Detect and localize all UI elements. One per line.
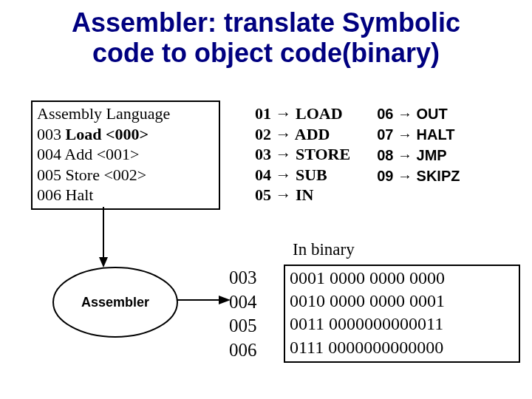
opcode-01: 01 → LOAD	[255, 103, 350, 124]
opcode-06: 06 → OUT	[377, 103, 460, 124]
address-column: 003 004 005 006	[229, 266, 257, 362]
opcode-08: 08 → JMP	[377, 145, 460, 166]
opcode-04: 04 → SUB	[255, 165, 350, 185]
assembler-label: Assembler	[52, 266, 179, 338]
bin-005: 0011 0000000000011	[290, 313, 514, 335]
title-line-1: Assembler: translate Symbolic	[72, 7, 460, 38]
assembly-language-box: Assembly Language 003 Load <000> 004 Add…	[31, 100, 220, 210]
arrow-asm-to-assembler-icon	[89, 207, 118, 267]
addr-005: 005	[229, 314, 257, 338]
asm-line1-instr: Load <000>	[66, 125, 149, 143]
opcode-col-1: 01 → LOAD 02 → ADD 03 → STORE 04 → SUB 0…	[255, 103, 350, 205]
bin-003: 0001 0000 0000 0000	[290, 267, 514, 290]
asm-line-1: 003 Load <000>	[37, 124, 214, 145]
bin-004: 0010 0000 0000 0001	[290, 290, 514, 313]
asm-line-3: 005 Store <002>	[37, 165, 214, 185]
title-line-2: code to object code(binary)	[92, 38, 440, 68]
slide-title: Assembler: translate Symbolic code to ob…	[0, 0, 532, 69]
binary-output-box: 0001 0000 0000 0000 0010 0000 0000 0001 …	[284, 265, 520, 363]
opcode-col-2: 06 → OUT 07 → HALT 08 → JMP 09 → SKIPZ	[377, 103, 460, 205]
opcode-05: 05 → IN	[255, 185, 350, 205]
asm-line-2: 004 Add <001>	[37, 144, 214, 165]
in-binary-label: In binary	[293, 240, 355, 259]
opcode-07: 07 → HALT	[377, 124, 460, 145]
addr-004: 004	[229, 290, 257, 315]
opcode-09: 09 → SKIPZ	[377, 166, 460, 186]
asm-header: Assembly Language	[37, 103, 214, 124]
addr-006: 006	[229, 338, 257, 363]
opcode-03: 03 → STORE	[255, 144, 350, 165]
asm-line1-addr: 003	[37, 125, 66, 143]
arrow-assembler-to-output-icon	[177, 293, 231, 307]
assembler-node: Assembler	[52, 266, 179, 338]
asm-line-4: 006 Halt	[37, 185, 214, 205]
opcode-02: 02 → ADD	[255, 124, 350, 145]
opcode-table: 01 → LOAD 02 → ADD 03 → STORE 04 → SUB 0…	[255, 103, 460, 205]
bin-006: 0111 0000000000000	[290, 336, 514, 359]
addr-003: 003	[229, 266, 257, 290]
